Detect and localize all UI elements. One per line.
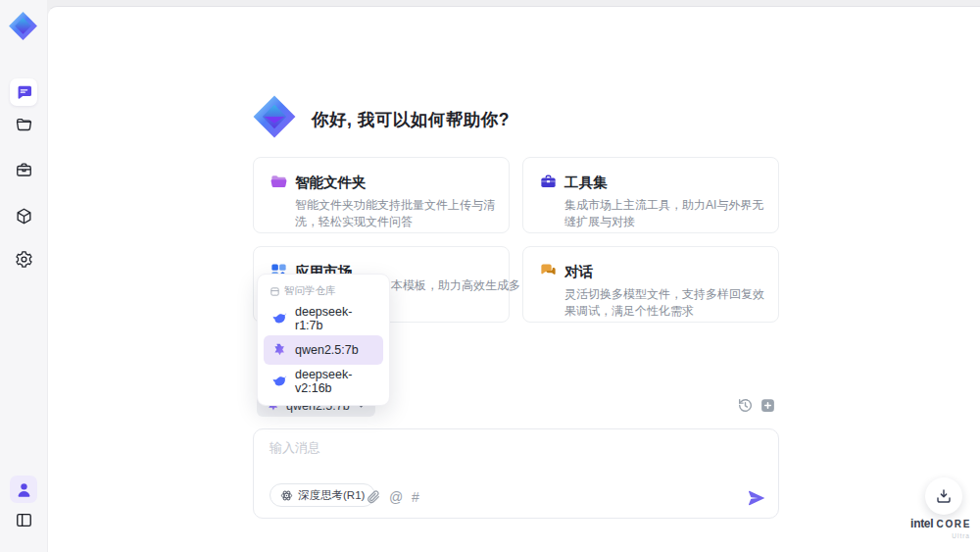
card-title: 工具集 [564, 174, 608, 192]
model-option-qwen[interactable]: qwen2.5:7b [264, 335, 383, 365]
card-title: 智能文件夹 [295, 174, 367, 192]
deep-think-toggle[interactable]: 深度思考(R1) [270, 483, 375, 507]
card-desc: 集成市场上主流工具，助力AI与外界无缝扩展与对接 [564, 197, 768, 230]
composer: 输入消息 深度思考(R1) @ # [253, 428, 779, 519]
user-icon [15, 480, 33, 499]
sidebar [0, 0, 47, 552]
sidebar-item-chat[interactable] [10, 78, 37, 106]
hash-icon[interactable]: # [408, 489, 423, 505]
briefcase-icon [15, 161, 33, 179]
greeting-logo [252, 94, 297, 139]
intel-brand: intel [910, 517, 933, 530]
sidebar-item-folders[interactable] [10, 111, 37, 138]
at-circle-icon[interactable]: @ [388, 489, 404, 505]
sidebar-item-toolbox[interactable] [10, 156, 37, 183]
sidebar-item-panel-toggle[interactable] [10, 506, 37, 533]
cube-icon [15, 207, 33, 226]
app-logo-icon [8, 11, 38, 41]
sidebar-item-settings[interactable] [10, 245, 37, 273]
deepseek-whale-icon [271, 374, 287, 389]
model-option-deepseek-r1[interactable]: deepseek-r1:7b [264, 304, 383, 333]
card-desc: 灵活切换多模型文件，支持多样回复效果调试，满足个性化需求 [564, 286, 768, 320]
deepseek-whale-icon [271, 311, 287, 326]
intel-sub: Ultra [906, 532, 976, 539]
model-dropdown-header-label: 智问学仓库 [284, 284, 336, 298]
intel-core-badge: intel CORE Ultra [906, 514, 976, 539]
chat-bubbles-amber-icon [539, 262, 558, 280]
sidebar-item-apps[interactable] [10, 202, 37, 229]
card-title: 对话 [564, 263, 593, 281]
briefcase-indigo-icon [539, 173, 558, 191]
atom-icon [280, 489, 293, 502]
card-desc: 智能文件夹功能支持批量文件上传与清洗，轻松实现文件问答 [295, 197, 499, 230]
model-dropdown: 智问学仓库 deepseek-r1:7b qwen2.5:7b deepseek… [257, 274, 390, 406]
chat-bubble-icon [15, 83, 33, 102]
card-smart-folder[interactable]: 智能文件夹 智能文件夹功能支持批量文件上传与清洗，轻松实现文件问答 [253, 157, 510, 233]
history-icon[interactable] [737, 397, 754, 414]
message-input[interactable]: 输入消息 [270, 439, 320, 457]
library-icon [270, 286, 280, 297]
intel-product: CORE [937, 519, 971, 529]
card-toolset[interactable]: 工具集 集成市场上主流工具，助力AI与外界无缝扩展与对接 [522, 157, 779, 233]
model-option-label: deepseek-v2:16b [295, 368, 375, 395]
gear-icon [15, 250, 33, 269]
download-tray-icon [935, 487, 953, 505]
card-dialogue[interactable]: 对话 灵活切换多模型文件，支持多样回复效果调试，满足个性化需求 [522, 246, 779, 323]
app-logo-diamond[interactable] [8, 11, 38, 41]
model-option-label: qwen2.5:7b [295, 343, 359, 357]
panel-toggle-icon [15, 511, 33, 529]
model-dropdown-header: 智问学仓库 [264, 282, 383, 304]
qwen-icon [271, 342, 287, 358]
card-desc-fragment: 本模板，助力高效生成多 [391, 277, 520, 294]
sidebar-item-user[interactable] [10, 476, 37, 503]
new-chat-icon[interactable] [760, 397, 776, 414]
paperclip-icon[interactable] [366, 489, 381, 505]
folder-purple-icon [270, 173, 288, 191]
app-logo-icon [252, 94, 297, 139]
greeting-title: 你好, 我可以如何帮助你? [312, 108, 510, 131]
model-option-label: deepseek-r1:7b [295, 305, 375, 332]
model-option-deepseek-v2[interactable]: deepseek-v2:16b [264, 367, 383, 396]
app-window: 你好, 我可以如何帮助你? 智能文件夹 智能文件夹功能支持批量文件上传与清洗，轻… [0, 0, 980, 552]
deep-think-label: 深度思考(R1) [298, 488, 365, 503]
send-plane-icon[interactable] [747, 488, 766, 508]
folder-icon [15, 116, 33, 134]
download-fab[interactable] [925, 477, 962, 515]
